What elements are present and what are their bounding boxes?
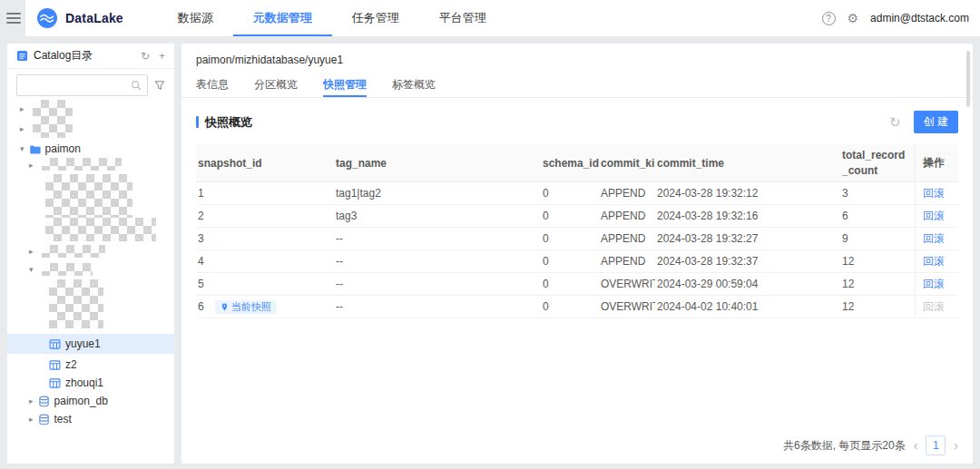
cell-tag-name: tag3 [334, 210, 541, 222]
catalog-tree: ▸ ▸ ▾ paimon ▸ ▸ ▾ y [7, 100, 174, 464]
cell-commit-time: 2024-03-28 19:32:27 [655, 232, 840, 245]
add-catalog-icon[interactable]: + [159, 50, 165, 63]
tree-node-paimon[interactable]: ▾ paimon [20, 140, 81, 158]
table-row: 1 tag1|tag2 0 APPEND 2024-03-28 19:32:12… [196, 182, 958, 205]
help-icon[interactable]: ? [822, 12, 836, 25]
tree-node-label: paimon_db [54, 396, 108, 406]
nav-platform-management[interactable]: 平台管理 [419, 0, 506, 36]
rollback-link[interactable]: 回滚 [923, 254, 945, 269]
cell-tag-name: -- [334, 278, 541, 290]
prev-page-button[interactable]: ‹ [914, 439, 918, 452]
cell-total-record-count: 12 [840, 299, 915, 314]
refresh-icon[interactable]: ↻ [889, 115, 901, 129]
chevron-right-icon[interactable]: ▸ [29, 397, 34, 405]
tree-node-label: yuyue1 [65, 338, 101, 349]
nav-metadata-management[interactable]: 元数据管理 [233, 0, 332, 36]
table-icon [49, 338, 61, 350]
cell-commit-time: 2024-03-28 19:32:12 [655, 187, 840, 200]
redacted-tree-node [49, 279, 103, 328]
header-actions: ? ⚙ admin@dtstack.com [822, 12, 980, 25]
chevron-down-icon[interactable]: ▾ [29, 266, 34, 274]
chevron-right-icon[interactable]: ▸ [29, 161, 34, 170]
user-account[interactable]: admin@dtstack.com [870, 12, 969, 24]
next-page-button[interactable]: › [954, 439, 958, 452]
cell-commit-kind: OVERWRITE [599, 300, 655, 313]
redacted-tree-node [45, 174, 132, 218]
tree-node-z2[interactable]: z2 [49, 356, 77, 374]
catalog-title: Catalog目录 [34, 48, 135, 64]
content-panel: paimon/mizhidatabase/yuyue1 表信息 分区概览 快照管… [181, 44, 973, 464]
cell-schema-id: 0 [541, 300, 599, 313]
chevron-right-icon[interactable]: ▸ [20, 105, 24, 113]
redacted-tree-node [42, 245, 105, 258]
tab-table-info[interactable]: 表信息 [196, 73, 229, 97]
rollback-link[interactable]: 回滚 [923, 186, 945, 201]
tab-tag-overview[interactable]: 标签概览 [392, 73, 436, 97]
catalog-sidebar-header: Catalog目录 ↻ + [7, 44, 174, 69]
cell-commit-time: 2024-03-28 19:32:37 [655, 255, 840, 268]
chevron-right-icon[interactable]: ▸ [29, 415, 34, 424]
cell-total-record-count: 12 [840, 254, 915, 269]
cell-tag-name: -- [334, 255, 541, 268]
table-row-current-snapshot: 6 当前快照 -- 0 OVERWRITE 2024-04-02 10:40:0… [196, 296, 958, 318]
detail-tabs: 表信息 分区概览 快照管理 标签概览 [181, 73, 973, 98]
menu-icon[interactable] [6, 13, 21, 24]
cell-commit-time: 2024-03-28 19:32:16 [655, 210, 840, 222]
database-icon [38, 414, 50, 425]
pagination: 共6条数据, 每页显示20条 ‹ 1 › [783, 435, 958, 455]
refresh-catalog-icon[interactable]: ↻ [141, 50, 150, 63]
table-row: 2 tag3 0 APPEND 2024-03-28 19:32:16 6 回滚 [196, 205, 958, 228]
redacted-tree-node [33, 100, 73, 138]
redacted-tree-node [42, 263, 93, 276]
snapshot-table: snapshot_id tag_name schema_id commit_ki… [196, 144, 958, 318]
column-header-commit-kind: commit_kind [599, 157, 655, 170]
cell-commit-kind: APPEND [599, 255, 655, 268]
catalog-search-row [7, 69, 174, 102]
tree-node-paimon-db[interactable]: ▸ paimon_db [29, 392, 108, 410]
cell-total-record-count: 3 [840, 186, 915, 200]
logo-text: DataLake [65, 11, 123, 25]
chevron-right-icon[interactable]: ▸ [20, 125, 24, 133]
search-icon[interactable] [131, 80, 142, 91]
rollback-link[interactable]: 回滚 [923, 209, 945, 224]
vertical-scrollbar-thumb[interactable] [966, 51, 970, 107]
create-button[interactable]: 创 建 [914, 111, 958, 133]
cell-snapshot-id: 6 [198, 300, 204, 313]
cell-tag-name: -- [334, 232, 541, 245]
search-input[interactable] [23, 79, 131, 92]
redacted-tree-node [42, 158, 122, 171]
database-icon [38, 396, 50, 407]
filter-icon[interactable] [154, 80, 165, 91]
tree-node-yuyue1[interactable]: yuyue1 [7, 334, 174, 354]
page-number-button[interactable]: 1 [926, 435, 946, 455]
cell-commit-time: 2024-04-02 10:40:01 [655, 300, 840, 313]
tree-node-zhouqi1[interactable]: zhouqi1 [49, 374, 103, 392]
cell-commit-kind: APPEND [599, 187, 655, 200]
breadcrumb: paimon/mizhidatabase/yuyue1 [181, 44, 973, 73]
gear-icon[interactable]: ⚙ [848, 12, 859, 24]
cell-total-record-count: 12 [840, 277, 915, 291]
nav-data-source[interactable]: 数据源 [158, 0, 233, 36]
tab-partition-overview[interactable]: 分区概览 [254, 73, 298, 97]
rollback-link[interactable]: 回滚 [923, 277, 945, 292]
cell-total-record-count: 6 [840, 209, 915, 223]
tree-node-label: z2 [65, 359, 77, 370]
cell-tag-name: -- [334, 300, 541, 313]
chevron-down-icon[interactable]: ▾ [20, 145, 24, 153]
chevron-right-icon[interactable]: ▸ [29, 248, 34, 256]
nav-task-management[interactable]: 任务管理 [332, 0, 419, 36]
rollback-link[interactable]: 回滚 [923, 231, 945, 247]
tree-node-test[interactable]: ▸ test [29, 410, 72, 428]
top-header: DataLake 数据源 元数据管理 任务管理 平台管理 ? ⚙ admin@d… [25, 0, 980, 36]
app-logo: DataLake [36, 7, 123, 29]
cell-snapshot-id: 4 [196, 255, 334, 268]
cell-total-record-count: 9 [840, 231, 915, 246]
cell-commit-kind: APPEND [599, 210, 655, 222]
cell-commit-kind: OVERWRITE [599, 278, 655, 290]
column-header-snapshot-id: snapshot_id [196, 157, 334, 170]
section-accent-bar [196, 116, 199, 128]
pagination-summary: 共6条数据, 每页显示20条 [783, 438, 906, 454]
tab-snapshot-management[interactable]: 快照管理 [323, 73, 367, 97]
cell-schema-id: 0 [541, 255, 599, 268]
table-header-row: snapshot_id tag_name schema_id commit_ki… [196, 144, 958, 182]
